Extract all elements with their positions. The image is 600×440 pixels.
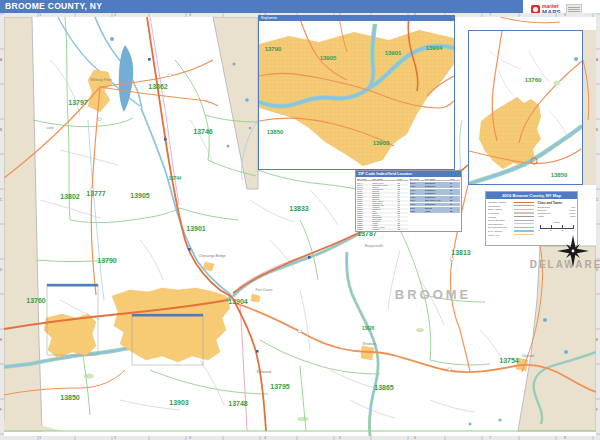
- table-column-header: City Name: [372, 178, 397, 180]
- grid-number: 8: [564, 436, 566, 440]
- legend-title: 2016 Broome County, NY Map: [486, 192, 577, 199]
- inset-zip-label: 13850: [267, 129, 284, 135]
- grid-number: 7: [489, 436, 491, 440]
- legend-item-swatch: [514, 230, 534, 231]
- grid-letter: E: [0, 338, 2, 342]
- legend-city-note: Town: [570, 215, 575, 218]
- table-column-header: Grid: [450, 178, 460, 180]
- inset-zip-label: 13790: [265, 46, 282, 52]
- grid-letter: A: [596, 58, 598, 62]
- scale-tick: 4: [573, 229, 574, 231]
- zip-table-row-highlighted[interactable]: 13903BinghamtonE5: [410, 189, 461, 192]
- table-column-header: City Name: [425, 178, 450, 180]
- zip-table-row-highlighted[interactable]: 13760EndicottB4: [410, 207, 461, 210]
- legend-item-swatch: [514, 212, 534, 213]
- inset-map-endicott[interactable]: 1376013850: [468, 30, 583, 185]
- grid-number: 3: [189, 436, 191, 440]
- legend-item-swatch: [514, 209, 534, 210]
- grid-letter: F: [0, 408, 2, 412]
- legend-item-label: US Highway: [488, 205, 514, 207]
- zip-table-row-highlighted[interactable]: 13737Bible School ParkB3: [410, 199, 461, 202]
- legend-item-label: State Highway: [488, 208, 514, 210]
- grid-letter: D: [0, 268, 2, 272]
- scale-tick: 1: [550, 229, 551, 231]
- inset-map-binghamton[interactable]: Binghamton 13790139051390113904138501390…: [258, 15, 455, 170]
- zip-table-right-group: ZIP CodeCity NameGrid 13901BinghamtonE41…: [409, 177, 462, 230]
- table-column-header: Grid: [397, 178, 407, 180]
- grid-ruler-bottom: 12345678: [0, 436, 600, 440]
- legend-item-swatch: [514, 216, 534, 217]
- legend-item-label: Railroad: [488, 216, 514, 218]
- inset-endicott-canvas: [469, 31, 582, 184]
- grid-letter: C: [0, 198, 2, 202]
- legend-item-label: County Boundary: [488, 219, 514, 221]
- grid-letter: C: [596, 198, 598, 202]
- table-column-header: ZIP Code: [410, 178, 425, 180]
- inset-zip-label: 13904: [426, 45, 443, 51]
- legend-items: Interstate HighwayUS HighwayState Highwa…: [488, 201, 536, 237]
- scale-tick: 2: [562, 229, 563, 231]
- legend-item-label: Interstate Highway: [488, 201, 514, 203]
- zip-table-row[interactable]: 13865WindsorG5: [357, 228, 408, 230]
- zip-table-row-highlighted[interactable]: 13905BinghamtonD4: [410, 196, 461, 199]
- legend-item-swatch: [514, 205, 534, 206]
- legend-item-swatch: [514, 223, 534, 224]
- zip-table-row-highlighted[interactable]: 13902BinghamtonE4: [410, 185, 461, 188]
- grid-letter: B: [596, 128, 598, 132]
- legend-item-label: River / Stream: [488, 230, 514, 232]
- grid-number: 2: [114, 436, 116, 440]
- legend-item: Urban Area: [488, 233, 536, 237]
- inset-zip-label: 13903: [373, 140, 390, 146]
- inset-zip-label: 13760: [525, 77, 542, 83]
- inset-binghamton-canvas: [259, 16, 454, 169]
- legend-city-row: VestalTown: [538, 215, 576, 218]
- legend-item-swatch: [514, 227, 534, 228]
- legend-item-swatch: [514, 202, 534, 203]
- legend-cities-heading: Cities and Towns: [538, 201, 576, 205]
- grid-number: 5: [339, 436, 341, 440]
- title-bar: BROOME COUNTY, NY: [0, 0, 523, 14]
- scale-tick: 0: [539, 229, 540, 231]
- grid-letter: E: [596, 338, 598, 342]
- scale-bar: Miles 0124: [538, 221, 576, 231]
- zip-index-table[interactable]: ZIP Code Index/Grid Locator ZIP CodeCity…: [355, 170, 462, 232]
- grid-letter: F: [596, 408, 598, 412]
- zip-table-row-highlighted[interactable]: 13745BinghamtonD4: [410, 203, 461, 206]
- legend-cities-list: BinghamtonCityEndicottVillageJohnson Cit…: [538, 206, 576, 218]
- zip-table-row-highlighted[interactable]: 13850VestalB5: [410, 210, 461, 213]
- inset-binghamton-titlebar: Binghamton: [259, 16, 454, 21]
- inset-zip-label: 13905: [320, 55, 337, 61]
- legend-city-name: Vestal: [538, 215, 544, 218]
- grid-number: 4: [264, 436, 266, 440]
- grid-letter: D: [596, 268, 598, 272]
- inset-zip-label: 13901: [385, 50, 402, 56]
- legend-item-label: Urban Area: [488, 234, 514, 236]
- compass-rose-icon: [556, 234, 590, 268]
- grid-letter: A: [0, 58, 2, 62]
- table-column-header: ZIP Code: [357, 178, 372, 180]
- zip-table-row-highlighted[interactable]: 13904BinghamtonF4: [410, 192, 461, 195]
- zip-table-left-group: ZIP CodeCity NameGrid 13744Castle CreekD…: [356, 177, 409, 230]
- legend-item-swatch: [514, 220, 534, 221]
- grid-number: 6: [414, 436, 416, 440]
- page-title: BROOME COUNTY, NY: [5, 1, 102, 11]
- legend-item-label: Local Road: [488, 212, 514, 214]
- grid-letter: B: [0, 128, 2, 132]
- zip-table-row-highlighted[interactable]: 13901BinghamtonE4: [410, 182, 461, 185]
- legend-item-label: Town Boundary: [488, 223, 514, 225]
- legend-item-swatch: [514, 234, 534, 235]
- inset-zip-label: 13850: [551, 172, 568, 178]
- broome-county-map-page: { "header": { "title": "BROOME COUNTY, N…: [0, 0, 600, 440]
- legend-item-label: ZIP Code Boundary: [488, 226, 514, 228]
- grid-ruler-right: ABCDEF: [596, 13, 600, 440]
- grid-number: 1: [39, 436, 41, 440]
